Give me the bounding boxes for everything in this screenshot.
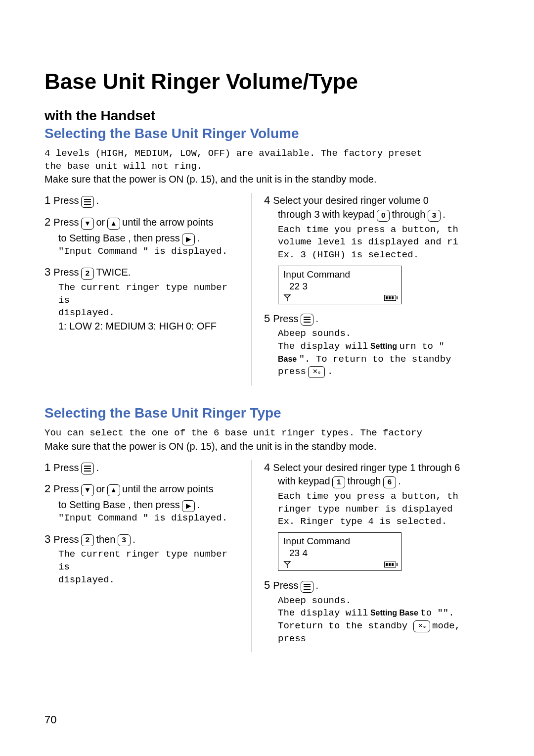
step-text: The display will [278, 341, 368, 352]
step-text: press [278, 366, 306, 377]
step-text: to "". [420, 608, 454, 618]
phone-off-icon: ✕ₒ [413, 620, 430, 632]
step-text: through 3 with keypad [278, 209, 375, 220]
step-text: "Input Command " is displayed. [58, 245, 240, 258]
lcd-line: 22 3 [283, 281, 396, 292]
keypad-3-icon: 3 [118, 534, 131, 546]
keypad-2-icon: 2 [81, 268, 94, 280]
step-text: . [133, 534, 135, 545]
lcd-display: Input Command 22 3 [278, 266, 401, 304]
step-2: 2 Press ▼ or ▲ until the arrow points to… [44, 215, 240, 258]
step-text: displayed. [58, 574, 240, 587]
right-arrow-icon: ▶ [182, 500, 195, 512]
step-text: Setting Base [69, 233, 128, 243]
step-text: displayed. [58, 307, 240, 320]
menu-icon [301, 314, 313, 326]
battery-icon [384, 562, 396, 567]
step-text: Setting [370, 342, 397, 350]
step-3: 3 Press 2 TWICE. The current ringer type… [44, 265, 240, 333]
step-text: with keypad [278, 475, 330, 486]
step-text: volume level is displayed and ri [278, 236, 490, 249]
intro-text: Make sure that the power is ON (p. 15), … [44, 173, 490, 186]
step-4: 4 Select your desired ringer type 1 thro… [264, 460, 490, 571]
step-number: 4 [264, 461, 273, 473]
step-text: , then press [128, 499, 180, 510]
step-text: . [96, 462, 99, 473]
subheading-type: Selecting the Base Unit Ringer Type [44, 405, 490, 421]
step-number: 3 [44, 266, 53, 278]
step-2: 2 Press ▼ or ▲ until the arrow points to… [44, 481, 240, 524]
step-number: 5 [264, 579, 273, 591]
step-text: "Input Command " is displayed. [58, 512, 240, 525]
step-text: . [315, 313, 318, 324]
step-text: . [315, 580, 318, 591]
antenna-icon [283, 561, 291, 568]
step-text: ringer type number is displayed [278, 503, 490, 516]
lcd-line: Input Command [283, 536, 396, 547]
step-text: Press [53, 483, 79, 494]
step-5: 5 Press . Abeep sounds. The display will… [264, 578, 490, 645]
step-text: urn to " [400, 341, 445, 352]
step-text: . [398, 475, 401, 486]
keypad-2-icon: 2 [81, 534, 94, 546]
section-volume: with the Handset Selecting the Base Unit… [44, 108, 490, 385]
step-text: through [392, 209, 426, 220]
step-text: The current ringer type number is [58, 282, 240, 307]
up-arrow-icon: ▲ [107, 218, 120, 230]
intro-text: 4 levels (HIGH, MEDIUM, LOW, OFF) are av… [44, 147, 490, 160]
lcd-display: Input Command 23 4 [278, 532, 401, 571]
step-text: . [443, 209, 445, 220]
step-number: 2 [44, 482, 53, 495]
step-text: Press [273, 313, 298, 324]
step-text: . [96, 195, 99, 206]
step-number: 3 [44, 533, 53, 545]
step-number: 1 [44, 194, 53, 206]
battery-icon [384, 295, 396, 301]
step-text: Setting Base [370, 609, 418, 617]
intro-text: You can select the one of the 6 base uni… [44, 427, 490, 440]
step-text: Press [53, 217, 79, 228]
step-text: to [58, 499, 69, 510]
step-4: 4 Select your desired ringer volume 0 th… [264, 193, 490, 304]
phone-off-icon: ✕ₒ [308, 366, 325, 378]
up-arrow-icon: ▲ [107, 484, 120, 496]
down-arrow-icon: ▼ [81, 484, 94, 496]
step-text: The current ringer type number is [58, 548, 240, 573]
step-text: Each time you press a button, th [278, 224, 490, 236]
step-1: 1 Press . [44, 460, 240, 475]
right-arrow-icon: ▶ [182, 234, 195, 245]
step-text: The display will [278, 608, 368, 618]
step-text: Press [53, 267, 79, 278]
step-number: 1 [44, 461, 53, 473]
step-1: 1 Press . [44, 193, 240, 208]
step-text: Press [53, 195, 79, 206]
keypad-3-icon: 3 [428, 210, 441, 222]
step-text: Press [53, 534, 79, 545]
menu-icon [81, 196, 94, 208]
lcd-line: Input Command [283, 269, 396, 280]
step-text: then [96, 534, 115, 545]
step-text: Select your desired ringer volume 0 [273, 195, 429, 206]
step-text: 0: OFF [186, 321, 217, 331]
step-text: 3: HIGH [148, 321, 183, 331]
intro-text: the base unit will not ring. [44, 160, 490, 173]
step-3: 3 Press 2 then 3 . The current ringer ty… [44, 532, 240, 587]
step-number: 4 [264, 194, 273, 206]
step-text: Press [53, 462, 79, 473]
step-number: 5 [264, 312, 273, 325]
keypad-0-icon: 0 [377, 210, 390, 222]
step-text: Abeep sounds. [278, 328, 490, 340]
step-text: or [96, 483, 105, 494]
step-text: 1: LOW [58, 321, 94, 331]
step-text: Toreturn to the standby [278, 620, 413, 631]
step-text: . [197, 233, 200, 243]
step-text: Each time you press a button, th [278, 490, 490, 503]
step-text: Ex. Ringer type 4 is selected. [278, 516, 490, 528]
step-text: Setting Base [69, 499, 128, 510]
step-text: until the arrow points [122, 217, 214, 228]
page-title: Base Unit Ringer Volume/Type [44, 69, 490, 94]
menu-icon [301, 581, 313, 593]
page-number: 70 [44, 713, 56, 726]
step-text: to [58, 233, 69, 243]
step-text: Base [278, 355, 297, 363]
